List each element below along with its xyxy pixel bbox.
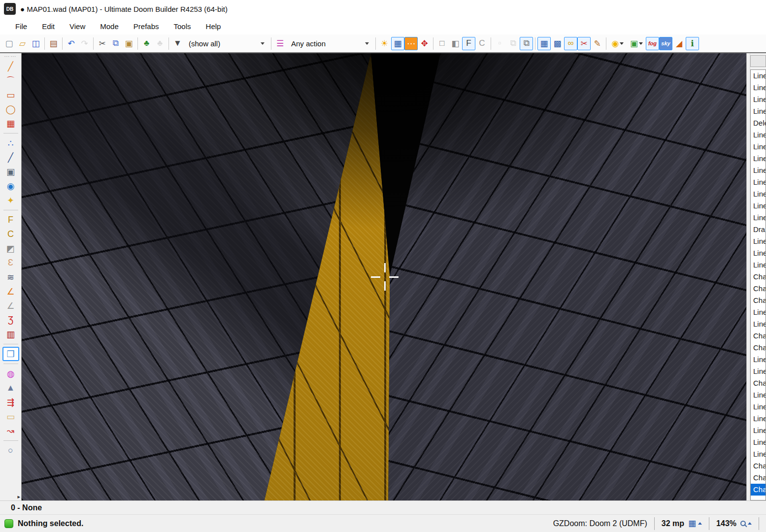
test-map-button[interactable]: ♣ bbox=[140, 37, 153, 50]
zoom-dropdown-arrow-icon[interactable] bbox=[748, 522, 752, 525]
draw-slope-mode[interactable]: ∠ bbox=[2, 284, 19, 299]
menu-help[interactable]: Help bbox=[199, 19, 229, 33]
curve-linedefs-tool[interactable]: ↝ bbox=[2, 424, 19, 438]
undo-history-item[interactable]: Line bbox=[751, 165, 766, 176]
undo-history-item[interactable]: Line bbox=[751, 425, 766, 436]
draw-lines-mode[interactable]: ╱ bbox=[2, 59, 19, 73]
menu-edit[interactable]: Edit bbox=[34, 19, 62, 33]
map-options-button[interactable]: ▤ bbox=[47, 37, 60, 50]
draw-curve-mode[interactable]: ⌒ bbox=[2, 73, 19, 88]
undo-history-item[interactable]: Cha bbox=[751, 377, 766, 389]
snap-to-grid-toggle[interactable]: ▦ bbox=[537, 37, 551, 50]
linedef-action-icon[interactable]: ☰ bbox=[273, 37, 287, 50]
draw-ellipse-mode[interactable]: ◯ bbox=[2, 102, 19, 116]
full-brightness-toggle[interactable]: □ bbox=[435, 37, 449, 50]
undo-history-item[interactable]: Cha bbox=[751, 271, 766, 283]
slope-handles-toggle[interactable]: ◢ bbox=[672, 37, 686, 50]
cut-button[interactable]: ✂ bbox=[96, 37, 109, 50]
undo-history-item[interactable]: Line bbox=[751, 413, 766, 425]
toolbar-grip[interactable]: ⋯⋯ bbox=[4, 54, 17, 59]
undo-history-item[interactable]: Line bbox=[751, 366, 766, 377]
undo-history-item[interactable]: Line bbox=[751, 153, 766, 165]
undo-history-item[interactable]: Line bbox=[751, 176, 766, 188]
undo-history-item[interactable]: Line bbox=[751, 306, 766, 318]
undo-history-item[interactable]: Cha bbox=[751, 295, 766, 306]
fog-toggle[interactable]: fog bbox=[646, 37, 659, 50]
undo-history-item[interactable]: Cha bbox=[751, 484, 766, 496]
undo-history-item[interactable]: Line bbox=[751, 129, 766, 141]
undo-history-item[interactable]: Line bbox=[751, 247, 766, 259]
sound-environments-mode[interactable]: ≋ bbox=[2, 270, 19, 284]
info-panel-toggle[interactable]: ℹ bbox=[686, 37, 699, 50]
vertices-mode[interactable]: ∴ bbox=[2, 136, 19, 150]
models-dropdown[interactable]: ▣ bbox=[627, 37, 646, 50]
undo-history-item[interactable]: Line bbox=[751, 389, 766, 401]
dynamic-grid-toggle[interactable]: ▩ bbox=[551, 37, 564, 50]
panel-splitter[interactable] bbox=[747, 53, 750, 500]
menu-view[interactable]: View bbox=[62, 19, 93, 33]
linedefs-mode[interactable]: ╱ bbox=[2, 150, 19, 165]
grid-size-icon[interactable]: ▦ bbox=[688, 518, 696, 529]
undo-history-item[interactable]: Cha bbox=[751, 472, 766, 484]
undo-button[interactable]: ↶ bbox=[65, 37, 78, 50]
dynamic-lights-dropdown[interactable]: ◉ bbox=[608, 37, 627, 50]
undo-history-item[interactable]: Line bbox=[751, 318, 766, 330]
make-sectors-mode[interactable]: ▭ bbox=[2, 409, 19, 424]
undo-history-item[interactable]: Cha bbox=[751, 342, 766, 354]
menu-tools[interactable]: Tools bbox=[167, 19, 199, 33]
brightness-toggle[interactable]: ☀ bbox=[378, 37, 391, 50]
undo-history-item[interactable]: Line bbox=[751, 235, 766, 247]
brightness-mode[interactable]: ✦ bbox=[2, 193, 19, 207]
select-touching-toggle[interactable]: ▫ bbox=[493, 37, 506, 50]
map-statistics-tool[interactable]: ▲ bbox=[2, 381, 19, 395]
ceiling-surfaces-toggle[interactable]: C bbox=[475, 37, 489, 50]
auto-merge-geometry-toggle[interactable]: ∞ bbox=[564, 37, 577, 50]
undo-history-item[interactable]: Line bbox=[751, 94, 766, 105]
grid-toggle[interactable]: ▦ bbox=[391, 37, 404, 50]
visual-mode[interactable]: ❒ bbox=[2, 347, 19, 361]
things-filter-dropdown[interactable]: (show all) bbox=[184, 37, 269, 50]
find-replace-tool[interactable]: ○ bbox=[2, 443, 19, 458]
undo-history-item[interactable]: Cha bbox=[751, 460, 766, 472]
sectors-mode[interactable]: ▣ bbox=[2, 165, 19, 179]
menu-mode[interactable]: Mode bbox=[93, 19, 126, 33]
undo-history-item[interactable]: Line bbox=[751, 401, 766, 413]
redo-button[interactable]: ↷ bbox=[78, 37, 91, 50]
undo-history-item[interactable]: Cha bbox=[751, 283, 766, 295]
undo-history-item[interactable]: Line bbox=[751, 105, 766, 117]
draw-grid-mode[interactable]: ▦ bbox=[2, 116, 19, 131]
select-overlap-toggle[interactable]: ⧉ bbox=[506, 37, 520, 50]
things-mode[interactable]: ◉ bbox=[2, 179, 19, 193]
undo-history-item[interactable]: Line bbox=[751, 70, 766, 82]
toolbar-overflow-button[interactable]: ▸ bbox=[17, 494, 20, 500]
open-map-button[interactable]: ▱ bbox=[16, 37, 29, 50]
menu-file[interactable]: File bbox=[8, 19, 34, 33]
linedef-action-dropdown[interactable]: Any action bbox=[287, 37, 373, 50]
undo-history-item[interactable]: Line bbox=[751, 259, 766, 271]
select-intersect-toggle[interactable]: ⧉ bbox=[520, 37, 533, 50]
grid-size-dropdown-arrow-icon[interactable] bbox=[698, 522, 702, 525]
undo-history-item[interactable]: Line bbox=[751, 141, 766, 153]
undo-history-item[interactable]: Line bbox=[751, 82, 766, 94]
paste-button[interactable]: ▣ bbox=[122, 37, 135, 50]
slope-mode[interactable]: ∠ bbox=[2, 299, 19, 313]
visual-mode-viewport[interactable] bbox=[22, 53, 746, 500]
undo-history-item[interactable]: Line bbox=[751, 188, 766, 200]
fixed-things-scale-toggle[interactable]: ✥ bbox=[418, 37, 431, 50]
sound-zones-mode[interactable]: Ʒ bbox=[2, 313, 19, 327]
split-joined-sectors-toggle[interactable]: ✂ bbox=[577, 37, 591, 50]
sky-toggle[interactable]: sky bbox=[659, 37, 672, 50]
comments-toggle[interactable]: ⋯ bbox=[404, 37, 418, 50]
color-picker-tool[interactable]: ◍ bbox=[2, 366, 19, 381]
undo-history-item[interactable]: Line bbox=[751, 212, 766, 224]
test-map-from-view-button[interactable]: ♣ bbox=[153, 37, 167, 50]
undo-history-item[interactable]: Line bbox=[751, 200, 766, 212]
new-map-button[interactable]: ▢ bbox=[2, 37, 16, 50]
auto-clear-sidedef-textures-toggle[interactable]: ✎ bbox=[591, 37, 604, 50]
visplane-explorer-mode[interactable]: ◩ bbox=[2, 241, 19, 256]
undo-history-item[interactable]: Dra bbox=[751, 224, 766, 235]
panel-header[interactable] bbox=[750, 55, 766, 67]
error-check-mode[interactable]: ▥ bbox=[2, 327, 19, 341]
undo-history-item[interactable]: Dele bbox=[751, 117, 766, 129]
menu-prefabs[interactable]: Prefabs bbox=[126, 19, 167, 33]
